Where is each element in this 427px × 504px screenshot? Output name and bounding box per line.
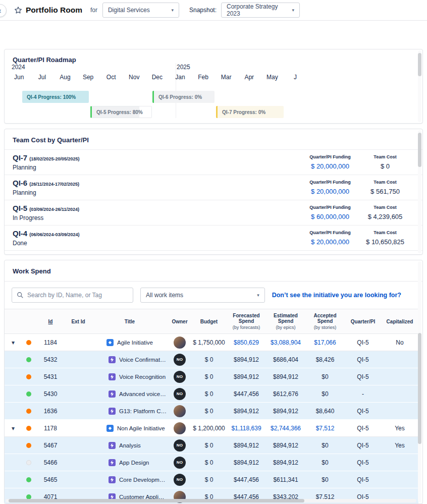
work-item-title[interactable]: Agile Initiative bbox=[117, 340, 153, 346]
estimated-spend-value[interactable]: $3,088,904 bbox=[266, 334, 305, 351]
quarter-value: - bbox=[345, 385, 381, 403]
work-item-row[interactable]: 5465 Core Development NO $ 0 $447,456 $6… bbox=[5, 471, 418, 488]
scrollbar-thumb[interactable] bbox=[418, 53, 421, 76]
scrollbar-thumb[interactable] bbox=[9, 499, 304, 502]
quarter-status: Planning bbox=[13, 189, 79, 196]
page-title: Portfolio Room bbox=[26, 6, 82, 15]
work-item-row[interactable]: 5466 App Design NO $ 0 $894,912 $894,912… bbox=[5, 454, 418, 471]
avatar: NO bbox=[174, 439, 186, 452]
work-item-row[interactable]: 5467 Analysis NO $ 0 $894,912 $894,912 $… bbox=[5, 437, 418, 454]
work-item-row[interactable]: 5432 Voice Confirmation NO $ 0 $894,912 … bbox=[5, 351, 418, 368]
work-item-title[interactable]: App Design bbox=[119, 460, 149, 466]
quarter-dates: (26/11/2024-17/02/2025) bbox=[29, 182, 79, 187]
work-item-ext-id bbox=[65, 334, 91, 351]
work-spend-controls: All work items ▾ Don’t see the initiativ… bbox=[5, 282, 422, 309]
month-axis: JunJulAugSepOctNovDecJanFebMarAprMayJ bbox=[8, 74, 307, 81]
quarter-value: QI-5 bbox=[345, 351, 381, 368]
status-dot bbox=[26, 443, 31, 448]
forecasted-spend-value[interactable]: $1,118,639 bbox=[227, 420, 266, 437]
work-item-row[interactable]: ▾ 1184 Agile Initiative $ 1,750,000 $850… bbox=[5, 334, 418, 351]
work-items-filter-select[interactable]: All work items ▾ bbox=[140, 288, 265, 303]
column-header[interactable]: Accepted Spend(by stories) bbox=[305, 309, 345, 334]
column-header[interactable]: Id bbox=[36, 309, 65, 334]
quarter-financials: Quarter/PI Funding $ 20,000,000 Team Cos… bbox=[299, 229, 414, 246]
snapshot-select-value: Corporate Strategy 2023 bbox=[227, 3, 288, 17]
quarter-name: QI-5 (03/09/2024-26/11/2024) bbox=[13, 204, 79, 212]
roadmap-bar-label: QI-4 Progress: 100% bbox=[22, 94, 76, 100]
quarter-name: QI-6 (26/11/2024-17/02/2025) bbox=[13, 179, 79, 187]
collapse-sidebar-button[interactable]: ‹ bbox=[0, 4, 7, 17]
funding-value[interactable]: $ 20,000,000 bbox=[299, 238, 361, 246]
avatar bbox=[174, 337, 186, 349]
work-item-title[interactable]: Advanced voice activation bbox=[119, 391, 167, 397]
scrollbar-thumb[interactable] bbox=[418, 133, 421, 167]
search-box[interactable] bbox=[12, 288, 133, 303]
horizontal-scrollbar[interactable] bbox=[6, 499, 416, 502]
capitalized-value bbox=[381, 471, 418, 488]
roadmap-panel: Quarter/PI Roadmap 2024 2025 JunJulAugSe… bbox=[4, 49, 423, 124]
epic-icon bbox=[109, 373, 116, 380]
column-header[interactable]: Quarter/PI bbox=[345, 309, 381, 334]
work-item-title[interactable]: Voice Confirmation bbox=[119, 357, 167, 363]
estimated-spend-value[interactable]: $2,744,366 bbox=[266, 420, 305, 437]
quarter-value: QI-5 bbox=[345, 368, 381, 385]
vertical-scrollbar[interactable] bbox=[418, 261, 421, 502]
work-item-title[interactable]: Analysis bbox=[119, 442, 141, 449]
work-item-row[interactable]: 1636 G13: Platform Components $ 0 $894,9… bbox=[5, 403, 418, 420]
work-item-id: 5467 bbox=[36, 437, 65, 454]
roadmap-bar-qi-6[interactable]: QI-6 Progress: 0% bbox=[152, 91, 215, 103]
snapshot-select[interactable]: Corporate Strategy 2023 ▾ bbox=[221, 3, 300, 18]
month-label: Oct bbox=[99, 74, 123, 81]
scrollbar-thumb[interactable] bbox=[418, 333, 421, 444]
portfolio-select[interactable]: Digital Services ▾ bbox=[102, 3, 179, 18]
funding-column: Quarter/PI Funding $ 60,000,000 bbox=[299, 204, 361, 220]
vertical-scrollbar[interactable] bbox=[418, 50, 421, 122]
roadmap-bar-qi-7[interactable]: QI-7 Progress: 0% bbox=[216, 106, 284, 118]
column-header[interactable]: Title bbox=[91, 309, 168, 334]
work-spend-panel: Work Spend All work items ▾ Don’t see th… bbox=[4, 260, 423, 504]
roadmap-bar-qi-4[interactable]: QI-4 Progress: 100% bbox=[22, 91, 89, 103]
missing-initiative-link[interactable]: Don’t see the initiative you are looking… bbox=[272, 292, 401, 299]
capitalized-value bbox=[381, 368, 418, 385]
search-input[interactable] bbox=[27, 292, 128, 299]
status-dot bbox=[26, 409, 31, 414]
work-item-row[interactable]: 5431 Voice Recognition NO $ 0 $894,912 $… bbox=[5, 368, 418, 385]
work-item-title[interactable]: Non Agile Initiative bbox=[117, 425, 165, 431]
work-item-title[interactable]: Voice Recognition bbox=[119, 374, 166, 380]
funding-label: Quarter/PI Funding bbox=[299, 154, 361, 159]
accepted-spend-value: $8,640 bbox=[305, 403, 345, 420]
column-header[interactable]: Forecasted Spend(by forecasts) bbox=[227, 309, 266, 334]
team-cost-label: Team Cost bbox=[361, 205, 409, 210]
accepted-spend-value: $0 bbox=[305, 454, 345, 471]
funding-value[interactable]: $ 20,000,000 bbox=[299, 188, 361, 195]
initiative-icon bbox=[106, 425, 114, 432]
forecasted-spend-value[interactable]: $850,629 bbox=[227, 334, 266, 351]
column-header[interactable]: Budget bbox=[191, 309, 227, 334]
estimated-spend-value: $894,912 bbox=[266, 454, 305, 471]
status-dot bbox=[26, 357, 31, 362]
accepted-spend-value[interactable]: $17,066 bbox=[305, 334, 345, 351]
funding-value[interactable]: $ 20,000,000 bbox=[299, 162, 361, 170]
column-header[interactable]: Owner bbox=[168, 309, 191, 334]
favorite-star-icon[interactable] bbox=[14, 6, 22, 14]
capitalized-value bbox=[381, 351, 418, 368]
column-header[interactable]: Capitalized bbox=[381, 309, 418, 334]
work-item-row[interactable]: ▾ 1178 Non Agile Initiative $ 1,200,000 … bbox=[5, 420, 418, 437]
collapse-chevron-icon[interactable]: ▾ bbox=[12, 339, 15, 346]
top-bar: ‹ Portfolio Room for Digital Services ▾ … bbox=[0, 0, 427, 21]
accepted-spend-value[interactable]: $7,512 bbox=[305, 420, 345, 437]
collapse-chevron-icon[interactable]: ▾ bbox=[12, 425, 15, 432]
month-label: Aug bbox=[54, 74, 77, 81]
work-item-title[interactable]: G13: Platform Components bbox=[119, 408, 167, 414]
month-label: Jan bbox=[169, 74, 192, 81]
table-body: ▾ 1184 Agile Initiative $ 1,750,000 $850… bbox=[5, 334, 418, 504]
roadmap-bar-qi-5[interactable]: QI-5 Progress: 80% bbox=[90, 106, 152, 118]
work-item-title[interactable]: Core Development bbox=[119, 477, 167, 483]
work-item-row[interactable]: 5430 Advanced voice activation NO $ 0 $4… bbox=[5, 385, 418, 403]
team-cost-column: Team Cost $ 4,239,605 bbox=[361, 204, 409, 220]
funding-value[interactable]: $ 60,000,000 bbox=[299, 213, 361, 220]
estimated-spend-value: $612,676 bbox=[266, 385, 305, 403]
column-header[interactable]: Estimated Spend(by epics) bbox=[266, 309, 305, 334]
column-header[interactable]: Ext Id bbox=[65, 309, 91, 334]
vertical-scrollbar[interactable] bbox=[418, 130, 421, 253]
